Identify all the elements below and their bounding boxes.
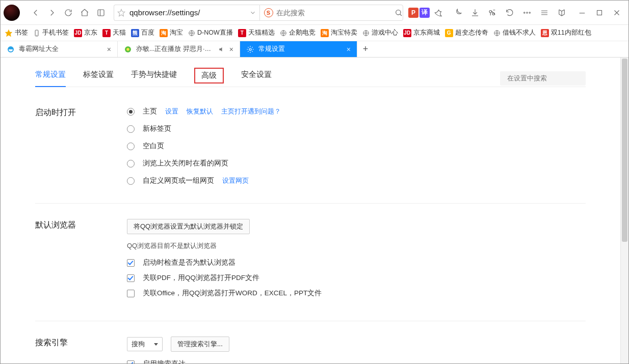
checkbox-icon[interactable]	[127, 360, 135, 364]
bookmark-label: 手机书签	[42, 29, 69, 37]
radio-icon[interactable]	[127, 108, 135, 116]
bird-icon[interactable]	[431, 5, 446, 20]
bookmark-item[interactable]: 淘淘宝	[160, 29, 183, 37]
undo-close-button[interactable]	[502, 5, 517, 20]
search-icon[interactable]	[395, 9, 403, 17]
ppt-icon[interactable]: P	[408, 8, 418, 18]
bookmark-label: 书签	[15, 29, 28, 37]
radio-icon[interactable]	[127, 177, 135, 185]
close-tab-button[interactable]: ×	[229, 45, 233, 53]
close-tab-button[interactable]: ×	[107, 45, 111, 53]
radio-icon[interactable]	[127, 125, 135, 133]
checkbox-icon[interactable]	[127, 274, 135, 282]
globe-icon	[280, 30, 287, 37]
scrollbar-thumb[interactable]	[622, 59, 627, 242]
bookmark-item[interactable]: 熊百度	[131, 29, 154, 37]
bookmark-item[interactable]: 恩双11内部红包	[541, 29, 591, 37]
checkbox-row[interactable]: 关联Office，用QQ浏览器打开WORD，EXCEL，PPT文件	[127, 288, 586, 298]
bookmark-label: 天猫精选	[248, 29, 275, 37]
night-mode-button[interactable]	[450, 5, 465, 20]
bookmark-item[interactable]: 手机书签	[33, 29, 69, 37]
option-label: 新标签页	[143, 124, 171, 133]
option-label: 浏览上次关闭时在看的网页	[143, 159, 228, 168]
bookmark-item[interactable]: 游戏中心	[362, 29, 398, 37]
favicon: 熊	[131, 29, 139, 37]
sidebar-toggle-button[interactable]	[93, 5, 109, 20]
checkbox-icon[interactable]	[127, 290, 135, 297]
profile-avatar[interactable]	[4, 5, 20, 21]
address-input[interactable]	[129, 8, 245, 17]
title-bar: S P 译	[1, 1, 628, 25]
manage-search-engines-button[interactable]: 管理搜索引擎...	[171, 337, 229, 352]
vertical-scrollbar[interactable]	[620, 58, 628, 363]
new-tab-button[interactable]: +	[357, 41, 374, 57]
radio-icon[interactable]	[127, 160, 135, 167]
startup-option-blank[interactable]: 空白页	[127, 141, 586, 151]
settings-nav-tab[interactable]: 标签设置	[83, 70, 114, 87]
home-button[interactable]	[77, 5, 92, 20]
settings-nav-tab[interactable]: 常规设置	[35, 70, 66, 87]
section-title: 默认浏览器	[35, 219, 127, 303]
startup-option-lastsession[interactable]: 浏览上次关闭时在看的网页	[127, 158, 586, 169]
settings-nav-tab[interactable]: 手势与快捷键	[131, 70, 177, 87]
link-restore-default[interactable]: 恢复默认	[187, 107, 213, 116]
settings-search[interactable]	[500, 71, 586, 86]
browser-tab[interactable]: 亦敏...正在播放 羿思月·月蚀-周×	[118, 41, 240, 57]
default-browser-status: QQ浏览器目前不是默认浏览器	[127, 241, 586, 250]
bookmark-label: 双11内部红包	[551, 29, 591, 37]
search-engine-select[interactable]: 搜狗	[127, 337, 163, 351]
tab-title: 毒霸网址大全	[19, 45, 103, 53]
browser-tab[interactable]: 常规设置×	[240, 41, 357, 57]
link-settings[interactable]: 设置	[165, 107, 178, 116]
section-title: 启动时打开	[35, 106, 127, 186]
bookmark-item[interactable]: 企鹅电竞	[280, 29, 316, 37]
search-input[interactable]	[276, 9, 392, 17]
bookmark-item[interactable]: 书签	[5, 29, 28, 37]
link-home-problem[interactable]: 主页打开遇到问题？	[221, 107, 281, 116]
minimize-button[interactable]	[573, 4, 591, 21]
download-button[interactable]	[467, 5, 483, 20]
close-tab-button[interactable]: ×	[347, 45, 351, 53]
menu-button[interactable]	[537, 5, 552, 20]
bookmark-item[interactable]: 借钱不求人	[493, 29, 536, 37]
screenshot-button[interactable]	[485, 5, 500, 20]
set-default-browser-button[interactable]: 将QQ浏览器设置为默认浏览器并锁定	[127, 219, 250, 234]
bookmark-item[interactable]: 淘淘宝特卖	[321, 29, 357, 37]
settings-nav-tab[interactable]: 安全设置	[241, 70, 272, 87]
chevron-down-icon[interactable]	[249, 9, 256, 16]
bookmark-item[interactable]: JD京东	[74, 29, 97, 37]
settings-nav-tab[interactable]: 高级	[194, 68, 224, 83]
bookmarks-bar: 书签手机书签JD京东T天猫熊百度淘淘宝D-NOW直播T天猫精选企鹅电竞淘淘宝特卖…	[1, 25, 628, 41]
globe-icon	[188, 30, 195, 37]
more-button[interactable]	[519, 5, 535, 20]
translate-icon[interactable]: 译	[420, 8, 430, 18]
back-button[interactable]	[28, 5, 43, 20]
settings-search-input[interactable]	[507, 74, 593, 82]
reload-button[interactable]	[61, 5, 76, 20]
bookmark-item[interactable]: D-NOW直播	[188, 29, 233, 37]
star-icon[interactable]	[117, 9, 125, 17]
search-field-wrap[interactable]: S	[259, 5, 404, 21]
radio-icon[interactable]	[127, 143, 135, 150]
close-window-button[interactable]	[608, 4, 625, 21]
sound-icon[interactable]	[218, 46, 225, 53]
checkbox-icon[interactable]	[127, 259, 135, 267]
forward-button[interactable]	[44, 5, 60, 20]
browser-tab[interactable]: 毒霸网址大全×	[1, 41, 118, 57]
checkbox-row[interactable]: 启动时检查是否为默认浏览器	[127, 258, 586, 268]
bookmark-item[interactable]: T天猫	[102, 29, 126, 37]
extensions-button[interactable]	[554, 5, 569, 20]
favicon	[124, 45, 132, 53]
bookmark-item[interactable]: G超变态传奇	[445, 29, 488, 37]
bookmark-item[interactable]: JD京东商城	[403, 29, 440, 37]
checkbox-row[interactable]: 启用搜索直达	[127, 359, 586, 363]
globe-icon	[362, 30, 370, 37]
link-set-pages[interactable]: 设置网页	[222, 176, 249, 185]
maximize-button[interactable]	[591, 4, 608, 21]
startup-option-custom[interactable]: 自定义网页或一组网页 设置网页	[127, 176, 586, 186]
address-field-wrap[interactable]	[114, 5, 259, 21]
startup-option-home[interactable]: 主页 设置 恢复默认 主页打开遇到问题？	[127, 106, 586, 117]
checkbox-row[interactable]: 关联PDF，用QQ浏览器打开PDF文件	[127, 273, 586, 283]
startup-option-newtab[interactable]: 新标签页	[127, 124, 586, 134]
bookmark-item[interactable]: T天猫精选	[238, 29, 275, 37]
